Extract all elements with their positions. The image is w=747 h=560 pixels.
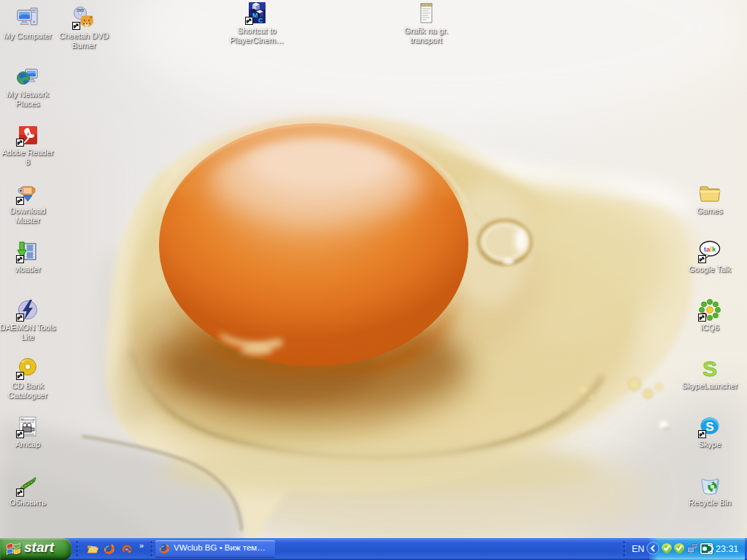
svg-text:S: S (705, 420, 713, 434)
svg-text:DVD: DVD (77, 9, 84, 12)
svg-text:talk: talk (704, 245, 716, 253)
svg-text:M: M (252, 12, 258, 19)
svg-text:S: S (703, 357, 717, 380)
svg-text:C: C (258, 17, 263, 24)
svg-text:Microsoft: Microsoft (20, 418, 35, 421)
